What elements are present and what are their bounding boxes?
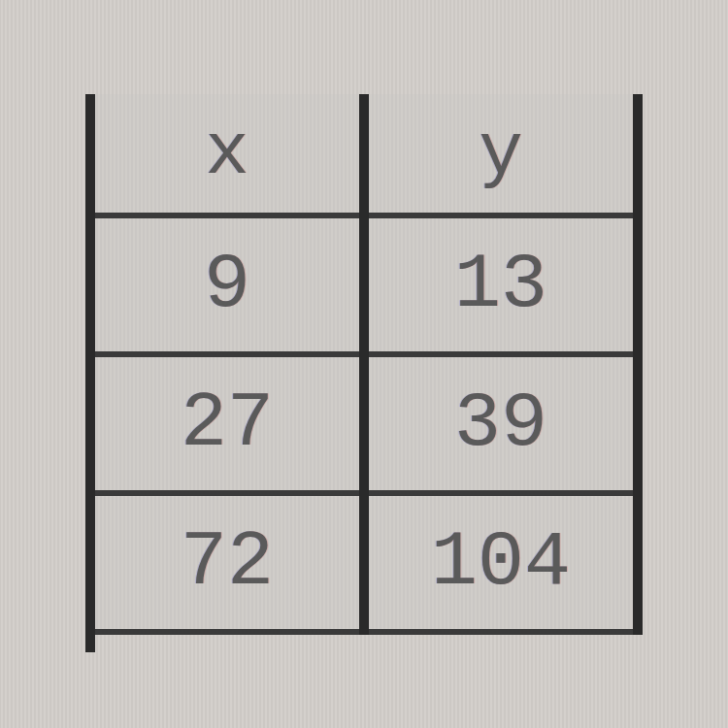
data-table: x y 9 13 27 39 72 104 — [85, 94, 643, 635]
xy-table: x y 9 13 27 39 72 104 — [85, 94, 643, 635]
cell-x-3: 72 — [90, 493, 364, 632]
cell-y-2: 39 — [364, 354, 638, 493]
cell-y-3: 104 — [364, 493, 638, 632]
column-header-x: x — [90, 94, 364, 215]
table-row: 27 39 — [90, 354, 638, 493]
border-stub — [85, 613, 95, 652]
table-row: 9 13 — [90, 215, 638, 354]
cell-x-1: 9 — [90, 215, 364, 354]
column-header-y: y — [364, 94, 638, 215]
cell-x-2: 27 — [90, 354, 364, 493]
table-row: 72 104 — [90, 493, 638, 632]
cell-y-1: 13 — [364, 215, 638, 354]
table-header-row: x y — [90, 94, 638, 215]
